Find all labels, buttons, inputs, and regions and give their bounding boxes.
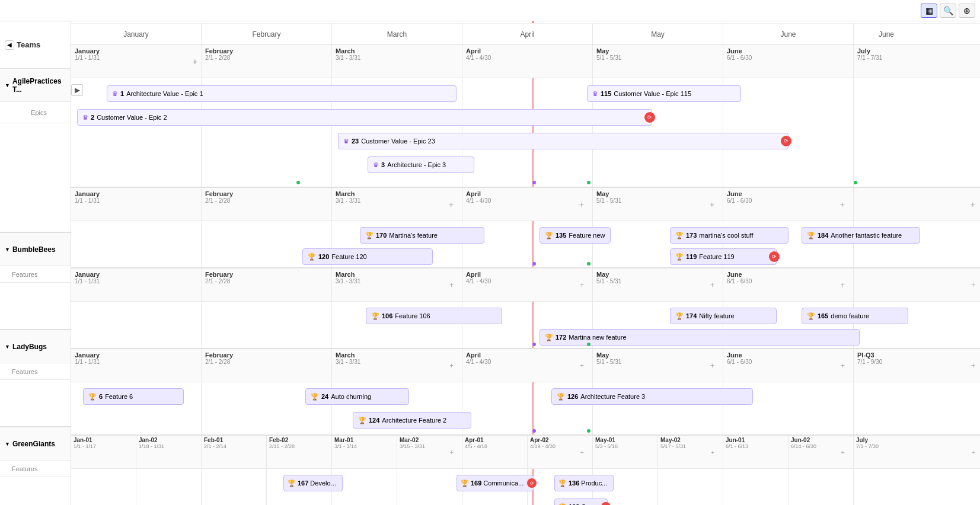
mkt-may1-header: May-01 5/3 - 5/16 bbox=[593, 436, 658, 468]
bb-feb-header: February 2/1 - 2/28 bbox=[202, 188, 332, 220]
sidebar-greengiants-header[interactable]: ▼ GreenGiants bbox=[0, 427, 71, 461]
epic-23-link-badge: ⟳ bbox=[781, 136, 791, 146]
sidebar-bumblebees-header[interactable]: ▼ BumbleBees bbox=[0, 233, 71, 266]
bb-apr-add[interactable]: + bbox=[840, 200, 845, 209]
gg-jan-add[interactable]: + bbox=[449, 362, 454, 370]
dot-leadership2 bbox=[587, 181, 590, 184]
mkt-feb2-header: Feb-02 2/15 - 2/28 bbox=[267, 436, 332, 468]
agile-jul-header: July 7/1 - 7/31 bbox=[854, 45, 919, 78]
feature-6-bar[interactable]: 🏆 6 Feature 6 bbox=[83, 388, 184, 405]
agile-team-name: AgilePractices T... bbox=[12, 77, 66, 94]
agile-may-header: May 5/1 - 5/31 bbox=[593, 45, 723, 78]
feature-169-bar[interactable]: 🏆 169 Communica... ⟳ bbox=[457, 475, 534, 491]
bb-may-add[interactable]: + bbox=[971, 200, 975, 209]
sidebar-agile-type: Epics bbox=[0, 102, 71, 123]
sidebar-agile-header[interactable]: ▼ AgilePractices T... bbox=[0, 69, 71, 102]
feature-167-bar[interactable]: 🏆 167 Develo... bbox=[283, 475, 343, 491]
sidebar-greengiants-type: Features bbox=[0, 461, 71, 477]
header-february: February bbox=[202, 24, 332, 44]
ladybugs-subheader-row: January 1/1 - 1/31 February 2/1 - 2/28 M… bbox=[71, 269, 980, 302]
greengiants-subheader-row: January 1/1 - 1/31 February 2/1 - 2/28 M… bbox=[71, 349, 980, 382]
nav-next-btn[interactable]: ▶ bbox=[71, 84, 83, 96]
sidebar-agile-section: ▼ AgilePractices T... Epics bbox=[0, 69, 71, 233]
left-sidebar: ◀ Teams ▼ AgilePractices T... Epics bbox=[0, 21, 71, 505]
mkt-add4[interactable]: + bbox=[841, 449, 845, 456]
agile-jun-header: June 6/1 - 6/30 bbox=[723, 45, 854, 78]
bb-jul-header bbox=[854, 188, 919, 220]
sidebar-bumblebees-features-space bbox=[0, 283, 71, 330]
feature-165-bar[interactable]: 🏆 165 demo feature bbox=[802, 308, 908, 324]
mkt-apr1-header: Apr-01 4/5 - 4/18 bbox=[462, 436, 528, 468]
epic-3-bar[interactable]: ♛ 3 Architecture - Epic 3 bbox=[368, 156, 474, 173]
agile-epics-area: ♛ 1 Architecture Value - Epic 1 ♛ 115 Cu… bbox=[71, 78, 980, 188]
lb-may-add[interactable]: + bbox=[971, 281, 975, 289]
lb-mar-add[interactable]: + bbox=[710, 281, 714, 289]
zoom-out-btn[interactable]: 🔍 bbox=[940, 4, 956, 18]
bumblebees-subheader-row: January 1/1 - 1/31 February 2/1 - 2/28 M… bbox=[71, 188, 980, 221]
mkt-add3[interactable]: + bbox=[711, 449, 714, 456]
feature-119-bar[interactable]: 🏆 119 Feature 119 ⟳ bbox=[670, 248, 777, 265]
bb-mar-header: March 3/1 - 3/31 bbox=[332, 188, 462, 220]
view-toggle-btn[interactable]: ▦ bbox=[921, 4, 937, 18]
header-june: June bbox=[723, 24, 854, 44]
feature-106-bar[interactable]: 🏆 106 Feature 106 bbox=[366, 308, 502, 324]
agile-feb-header: February 2/1 - 2/28 + bbox=[202, 45, 332, 78]
dot-endq1 bbox=[532, 181, 536, 184]
mkt-jan1-header: Jan-01 1/1 - 1/17 bbox=[71, 436, 136, 468]
dot-leadership1 bbox=[296, 181, 300, 184]
today-line bbox=[532, 21, 534, 23]
lb-feb-add[interactable]: + bbox=[580, 281, 584, 289]
lb-apr-add[interactable]: + bbox=[841, 281, 845, 289]
zoom-in-btn[interactable]: ⊕ bbox=[959, 4, 975, 18]
lb-mar-header: March 3/1 - 3/31 bbox=[332, 269, 462, 301]
feature-170-bar[interactable]: 🏆 170 Martina's feature bbox=[360, 227, 484, 244]
sidebar-bumblebees-section: ▼ BumbleBees Features bbox=[0, 233, 71, 330]
bumblebees-features-area: 🏆 170 Martina's feature 🏆 135 Feature ne… bbox=[71, 221, 980, 269]
feature-174-bar[interactable]: 🏆 174 Nifty feature bbox=[670, 308, 777, 324]
feature-124-bar[interactable]: 🏆 124 Architecture Feature 2 bbox=[353, 412, 471, 429]
feature-173-bar[interactable]: 🏆 173 martina's cool stuff bbox=[670, 227, 789, 244]
feature-168-bar[interactable]: 🏆 168 Campa... ⟳ bbox=[554, 498, 608, 505]
sidebar-greengiants-section: ▼ GreenGiants Features bbox=[0, 427, 71, 505]
mkt-add1[interactable]: + bbox=[450, 449, 454, 456]
bb-feb-add[interactable]: + bbox=[579, 200, 584, 209]
feature-168-link: ⟳ bbox=[601, 502, 611, 505]
gg-may-add[interactable]: + bbox=[971, 362, 975, 370]
feature-184-bar[interactable]: 🏆 184 Another fantastic feature bbox=[802, 227, 920, 244]
gg-mar-add[interactable]: + bbox=[710, 362, 714, 370]
lb-jan-add[interactable]: + bbox=[449, 281, 454, 289]
marketing-features-area: 🏆 167 Develo... 🏆 169 Communica... ⟳ 🏆 bbox=[71, 469, 980, 505]
sidebar-ladybugs-features-space bbox=[0, 380, 71, 427]
epic-2-bar[interactable]: ♛ 2 Customer Value - Epic 2 ⟳ bbox=[77, 109, 652, 126]
epic-1-bar[interactable]: ♛ 1 Architecture Value - Epic 1 bbox=[107, 85, 457, 102]
mkt-jul-header: July 7/1 - 7/30 bbox=[854, 436, 919, 468]
gg-apr-add[interactable]: + bbox=[841, 362, 845, 370]
feature-135-bar[interactable]: 🏆 135 Feature new bbox=[540, 227, 611, 244]
bb-jan-add[interactable]: + bbox=[449, 200, 454, 209]
mkt-feb1-header: Feb-01 2/1 - 2/14 bbox=[202, 436, 267, 468]
header-may: May bbox=[593, 24, 723, 44]
gg-feb-add[interactable]: + bbox=[580, 362, 584, 370]
lb-jan-header: January 1/1 - 1/31 bbox=[71, 269, 202, 301]
app-container: ▦ 🔍 ⊕ ◀ Teams ▼ AgilePractices T... Epi bbox=[0, 0, 980, 505]
epic-23-bar[interactable]: ♛ 23 Customer Value - Epic 23 ⟳ bbox=[338, 133, 789, 149]
feature-120-bar[interactable]: 🏆 120 Feature 120 bbox=[302, 248, 433, 265]
agile-feb-add[interactable]: + bbox=[193, 57, 197, 66]
greengiants-features-area: 🏆 6 Feature 6 🏆 24 Auto churning 🏆 126 bbox=[71, 382, 980, 436]
feature-169-link: ⟳ bbox=[527, 478, 537, 488]
sidebar-agile-epics-space bbox=[0, 123, 71, 233]
feature-126-bar[interactable]: 🏆 126 Architecture Feature 3 bbox=[551, 388, 753, 405]
sidebar-collapse-btn[interactable]: ◀ bbox=[5, 40, 14, 50]
header-january: January bbox=[71, 24, 202, 44]
feature-136-bar[interactable]: 🏆 136 Produc... bbox=[554, 475, 614, 491]
mkt-add2[interactable]: + bbox=[580, 449, 584, 456]
feature-24-bar[interactable]: 🏆 24 Auto churning bbox=[305, 388, 409, 405]
bb-mar-add[interactable]: + bbox=[710, 200, 714, 209]
sidebar-bumblebees-type: Features bbox=[0, 266, 71, 283]
mkt-add5[interactable]: + bbox=[972, 449, 975, 456]
gg-mar-header: March 3/1 - 3/31 bbox=[332, 349, 462, 382]
sidebar-greengiants-features-space bbox=[0, 477, 71, 505]
epic-115-bar[interactable]: ♛ 115 Customer Value - Epic 115 bbox=[587, 85, 741, 102]
header-march: March bbox=[332, 24, 462, 44]
sidebar-ladybugs-header[interactable]: ▼ LadyBugs bbox=[0, 330, 71, 363]
